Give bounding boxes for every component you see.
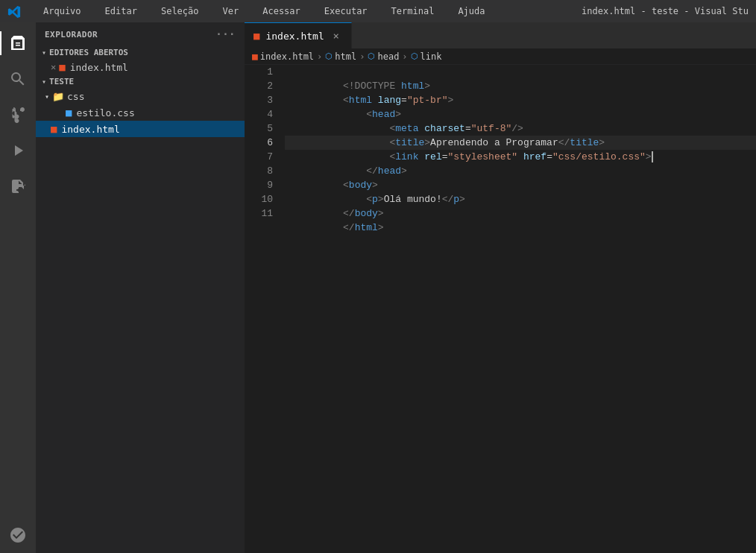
ln-7: 7: [245, 150, 273, 164]
ln-6: 6: [245, 136, 273, 150]
close-editor-icon[interactable]: ✕: [51, 62, 56, 72]
code-line-1: <!DOCTYPE html>: [285, 65, 756, 79]
ln-9: 9: [245, 178, 273, 192]
menu-ver[interactable]: Ver: [218, 4, 244, 18]
breadcrumb-html[interactable]: ⬡ html: [325, 51, 356, 62]
teste-section[interactable]: ▾ Teste: [36, 75, 245, 88]
title-bar: Arquivo Editar Seleção Ver Acessar Execu…: [0, 0, 756, 22]
open-editors-section[interactable]: ▾ Editores Abertos: [36, 46, 245, 59]
breadcrumb-link-icon: ⬡: [411, 51, 418, 61]
css-folder-arrow: ▾: [45, 92, 49, 101]
activity-bar: [0, 22, 36, 553]
ln-3: 3: [245, 93, 273, 107]
sidebar-title: Explorador: [45, 30, 98, 40]
menu-ajuda[interactable]: Ajuda: [453, 4, 489, 18]
html-file-icon2: ■: [51, 123, 57, 135]
ln-2: 2: [245, 79, 273, 93]
tab-label: index.html: [265, 31, 324, 42]
index-html-item[interactable]: ■ index.html: [36, 121, 245, 137]
breadcrumb-file[interactable]: ■ index.html: [252, 51, 314, 62]
code-content[interactable]: <!DOCTYPE html> <html lang="pt-br"> <hea…: [280, 65, 756, 553]
breadcrumb-sep-1: ›: [317, 51, 322, 62]
menu-executar[interactable]: Executar: [320, 4, 372, 18]
vscode-logo: [7, 4, 21, 19]
index-html-name: index.html: [61, 124, 119, 135]
main-layout: Explorador ··· ▾ Editores Abertos ✕ ■ in…: [0, 22, 756, 553]
breadcrumb-head-icon: ⬡: [368, 51, 375, 61]
open-editor-index-html[interactable]: ✕ ■ index.html: [36, 59, 245, 75]
code-editor[interactable]: 1 2 3 4 5 6 7 8 9 10 11 <!DOCTYPE html> …: [245, 65, 756, 553]
breadcrumb-link[interactable]: ⬡ link: [411, 51, 442, 62]
extensions-activity-icon[interactable]: [0, 168, 36, 204]
editor-area: ■ index.html × ■ index.html › ⬡ html › ⬡…: [245, 22, 756, 553]
sidebar-header: Explorador ···: [36, 22, 245, 46]
breadcrumb-sep-3: ›: [402, 51, 407, 62]
html-file-icon: ■: [59, 61, 65, 73]
breadcrumb-head-label: head: [377, 51, 399, 62]
breadcrumb-sep-2: ›: [359, 51, 365, 62]
css-file-icon: ■: [66, 107, 72, 118]
breadcrumb-html-icon: ■: [252, 51, 258, 62]
open-editor-filename: index.html: [70, 62, 128, 73]
ln-4: 4: [245, 107, 273, 121]
breadcrumb-head[interactable]: ⬡ head: [368, 51, 399, 62]
menu-selecao[interactable]: Seleção: [157, 4, 204, 18]
tab-html-icon: ■: [253, 30, 259, 42]
estilo-css-item[interactable]: ■ estilo.css: [36, 104, 245, 121]
menu-acessar[interactable]: Acessar: [258, 4, 305, 18]
ln-11: 11: [245, 206, 273, 221]
ln-5: 5: [245, 121, 273, 136]
teste-label: Teste: [49, 77, 74, 86]
run-activity-icon[interactable]: [0, 133, 36, 168]
breadcrumb: ■ index.html › ⬡ html › ⬡ head › ⬡ link: [245, 48, 756, 65]
breadcrumb-html-label: html: [335, 51, 356, 62]
window-title: index.html - teste - Visual Stu: [582, 6, 749, 16]
tab-close-icon[interactable]: ×: [330, 30, 342, 42]
ln-10: 10: [245, 192, 273, 206]
source-control-activity-icon[interactable]: [0, 97, 36, 133]
sidebar-more-icon[interactable]: ···: [215, 28, 236, 40]
breadcrumb-link-label: link: [420, 51, 442, 62]
search-activity-icon[interactable]: [0, 61, 36, 97]
ln-1: 1: [245, 65, 273, 79]
tab-bar: ■ index.html ×: [245, 22, 756, 48]
ln-8: 8: [245, 164, 273, 178]
breadcrumb-html-tag-icon: ⬡: [325, 51, 333, 61]
remote-activity-icon[interactable]: [0, 517, 36, 553]
open-editors-arrow: ▾: [42, 48, 46, 57]
explorer-activity-icon[interactable]: [0, 25, 36, 61]
css-folder-name: css: [67, 91, 84, 102]
estilo-css-name: estilo.css: [76, 107, 134, 118]
css-folder[interactable]: ▾ 📁 css: [36, 88, 245, 104]
teste-arrow: ▾: [42, 78, 46, 86]
menu-terminal[interactable]: Terminal: [387, 4, 439, 18]
menu-editar[interactable]: Editar: [101, 4, 142, 18]
breadcrumb-file-label: index.html: [260, 51, 314, 62]
tab-index-html[interactable]: ■ index.html ×: [245, 22, 352, 48]
line-numbers: 1 2 3 4 5 6 7 8 9 10 11: [245, 65, 280, 553]
open-editors-label: Editores Abertos: [49, 48, 128, 57]
css-folder-icon: 📁: [52, 91, 64, 102]
sidebar: Explorador ··· ▾ Editores Abertos ✕ ■ in…: [36, 22, 245, 553]
menu-arquivo[interactable]: Arquivo: [39, 4, 86, 18]
